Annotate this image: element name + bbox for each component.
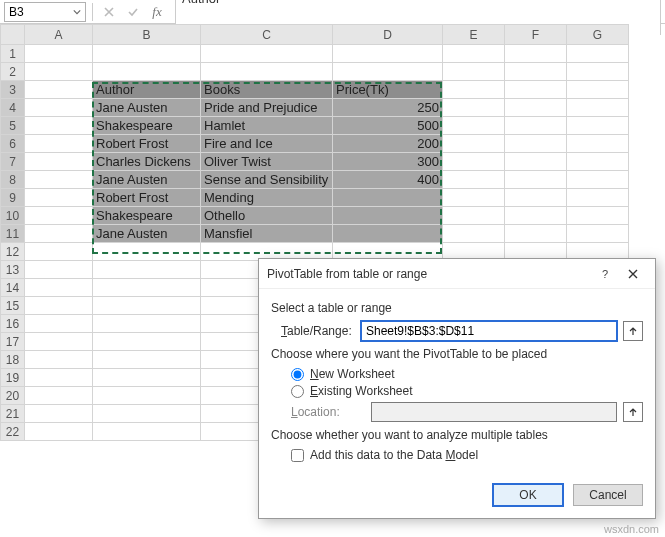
row-header[interactable]: 16 [1,315,25,333]
col-header-B[interactable]: B [93,25,201,45]
col-header-C[interactable]: C [201,25,333,45]
row-header[interactable]: 20 [1,387,25,405]
table-cell[interactable]: Oliver Twist [201,153,333,171]
formula-enter-icon[interactable] [123,2,143,22]
table-cell[interactable]: 200 [333,135,443,153]
range-picker-button[interactable] [623,321,643,341]
select-all-corner[interactable] [1,25,25,45]
location-input [371,402,617,422]
table-cell[interactable]: Charles Dickens [93,153,201,171]
pivot-table-dialog: PivotTable from table or range ? Select … [258,258,656,519]
formula-bar-text: Author [182,0,220,6]
radio-new-worksheet[interactable]: New Worksheet [291,367,643,381]
table-cell[interactable]: 250 [333,99,443,117]
row-header[interactable]: 10 [1,207,25,225]
table-cell[interactable]: Jane Austen [93,171,201,189]
radio-existing-worksheet-input[interactable] [291,385,304,398]
table-cell[interactable]: Fire and Ice [201,135,333,153]
row-header[interactable]: 17 [1,333,25,351]
row-header[interactable]: 4 [1,99,25,117]
table-cell[interactable]: Hamlet [201,117,333,135]
table-cell[interactable]: Shakespeare [93,207,201,225]
table-cell[interactable]: Shakespeare [93,117,201,135]
table-header-cell[interactable]: Books [201,81,333,99]
table-cell[interactable]: Mending [201,189,333,207]
table-header-cell[interactable]: Author [93,81,201,99]
cancel-button[interactable]: Cancel [573,484,643,506]
radio-existing-worksheet[interactable]: Existing Worksheet [291,384,643,398]
row-header[interactable]: 19 [1,369,25,387]
formula-cancel-icon[interactable] [99,2,119,22]
dialog-close-button[interactable] [619,263,647,285]
table-cell[interactable]: Robert Frost [93,189,201,207]
row-header[interactable]: 21 [1,405,25,423]
table-cell[interactable]: Mansfiel [201,225,333,243]
radio-new-worksheet-input[interactable] [291,368,304,381]
table-cell[interactable]: 500 [333,117,443,135]
ok-button[interactable]: OK [493,484,563,506]
table-cell[interactable] [333,189,443,207]
row-header[interactable]: 12 [1,243,25,261]
table-range-input[interactable] [361,321,617,341]
section-multiple-tables: Choose whether you want to analyze multi… [271,428,643,442]
row-header[interactable]: 15 [1,297,25,315]
col-header-E[interactable]: E [443,25,505,45]
col-header-D[interactable]: D [333,25,443,45]
formula-bar-row: fx Author [0,0,665,24]
table-cell[interactable]: Robert Frost [93,135,201,153]
dialog-help-button[interactable]: ? [591,263,619,285]
col-header-G[interactable]: G [567,25,629,45]
location-picker-button[interactable] [623,402,643,422]
row-header[interactable]: 3 [1,81,25,99]
table-header-cell[interactable]: Price(Tk) [333,81,443,99]
row-header[interactable]: 14 [1,279,25,297]
table-cell[interactable] [333,225,443,243]
row-header[interactable]: 7 [1,153,25,171]
table-cell[interactable]: Pride and Prejudice [201,99,333,117]
col-header-A[interactable]: A [25,25,93,45]
checkbox-data-model-input[interactable] [291,449,304,462]
table-cell[interactable] [333,207,443,225]
row-header[interactable]: 1 [1,45,25,63]
table-cell[interactable]: Jane Austen [93,225,201,243]
name-box-input[interactable] [5,3,69,21]
separator [92,3,93,21]
row-header[interactable]: 8 [1,171,25,189]
row-header[interactable]: 5 [1,117,25,135]
row-header[interactable]: 18 [1,351,25,369]
table-cell[interactable]: Othello [201,207,333,225]
table-cell[interactable]: 400 [333,171,443,189]
table-cell[interactable]: 300 [333,153,443,171]
table-cell[interactable]: Sense and Sensibility [201,171,333,189]
section-placement: Choose where you want the PivotTable to … [271,347,643,361]
name-box[interactable] [4,2,86,22]
row-header[interactable]: 9 [1,189,25,207]
insert-function-icon[interactable]: fx [147,2,167,22]
svg-text:?: ? [602,268,608,280]
location-label: Location: [291,405,365,419]
row-header[interactable]: 6 [1,135,25,153]
col-header-F[interactable]: F [505,25,567,45]
dialog-title: PivotTable from table or range [267,267,591,281]
row-header[interactable]: 22 [1,423,25,441]
row-header[interactable]: 11 [1,225,25,243]
range-label: Table/Range: [281,324,355,338]
dialog-titlebar[interactable]: PivotTable from table or range ? [259,259,655,289]
row-header[interactable]: 13 [1,261,25,279]
table-cell[interactable]: Jane Austen [93,99,201,117]
name-box-dropdown[interactable] [69,8,85,16]
checkbox-data-model[interactable]: Add this data to the Data Model [291,448,643,462]
watermark: wsxdn.com [604,523,659,535]
section-select-range: Select a table or range [271,301,643,315]
row-header[interactable]: 2 [1,63,25,81]
